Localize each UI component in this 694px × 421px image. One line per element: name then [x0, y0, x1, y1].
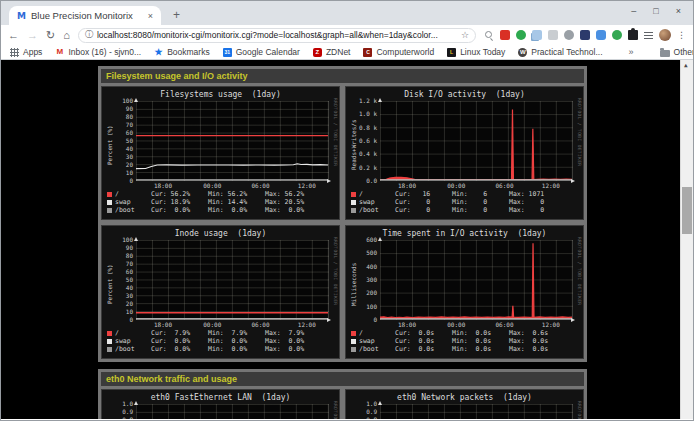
bookmark-google-calendar[interactable]: 31Google Calendar [223, 47, 300, 57]
bookmark-label: ZDNet [326, 47, 351, 57]
bookmark-practical-technology[interactable]: WPractical Technol... [518, 47, 602, 57]
y-axis-ticks: 1009080706050403020100 [114, 98, 136, 184]
copy-pages-extension-icon[interactable] [532, 30, 542, 40]
chat-extension-icon[interactable] [596, 30, 606, 40]
scrollbar-thumb[interactable] [682, 187, 692, 234]
reload-button[interactable]: ↻ [46, 30, 55, 41]
y-axis-label: Reads+Writes/s [349, 101, 358, 189]
x-axis-ticks: 18:0000:0006:0012:00 [380, 181, 573, 189]
legend-row: /Cur: 0.0sMin: 0.0sMax: 0.6s [349, 330, 580, 337]
legend-row: swapCur: 0.0sMin: 0.0sMax: 0.0s [349, 338, 580, 345]
legend-row: /Cur: 7.9%Min: 7.9%Max: 7.9% [105, 330, 336, 337]
other-bookmarks[interactable]: Other bookmarks [660, 47, 694, 57]
bookmark-label: Bookmarks [167, 47, 210, 57]
y-axis-ticks: 1.00.90.80.70.60.50.40.30.20.10.0 [358, 401, 380, 419]
y-axis-label: Milliseconds [349, 240, 358, 328]
axis-arrow-up-icon [378, 237, 382, 241]
dark-extension-icon[interactable] [580, 30, 590, 40]
calendar-icon: 31 [223, 48, 232, 57]
bookmark-apps[interactable]: Apps [10, 47, 42, 57]
legend-row: swapCur: 0Min: 0Max: 0 [349, 199, 580, 206]
scrollbar-up-arrow-icon[interactable]: ▲ [684, 61, 688, 68]
gray-extension-icon[interactable] [548, 30, 558, 40]
bookmark-zdnet[interactable]: ZZDNet [313, 47, 351, 57]
extension-icons: ⋮ [484, 29, 686, 41]
bookmark-star-icon[interactable]: ☆ [461, 30, 469, 40]
x-axis-ticks: 18:0000:0006:0012:00 [136, 181, 329, 189]
close-button[interactable]: × [676, 6, 681, 16]
graph-disk-io-activity[interactable]: Disk I/O activity (1day) Reads+Writes/s … [345, 86, 584, 220]
speaker-extension-icon[interactable] [564, 30, 574, 40]
plot-area [380, 404, 573, 419]
legend-swatch-root [107, 331, 112, 336]
plot-area [136, 101, 329, 181]
graph-legend: /Cur: 16Min: 6Max: 1071 swapCur: 0Min: 0… [349, 191, 580, 214]
zdnet-icon: Z [313, 48, 322, 57]
tab-close-icon[interactable]: × [148, 11, 153, 21]
graph-title: eth0 FastEthernet LAN (1day) [105, 393, 336, 402]
y-axis-ticks: 6005004003002001000 [358, 237, 380, 323]
url-text[interactable]: localhost:8080/monitorix-cgi/monitorix.c… [97, 30, 457, 40]
legend-swatch-swap [107, 339, 112, 344]
gmail-extension-icon[interactable] [500, 30, 510, 40]
y-axis-label [105, 404, 114, 419]
minimize-button[interactable]: – [631, 6, 636, 16]
reading-list-icon[interactable] [644, 32, 653, 39]
home-button[interactable]: ⌂ [63, 30, 70, 41]
gmail-icon: M [55, 48, 64, 57]
rrdtool-watermark: RRDTOOL / TOBI OETIKER [333, 237, 338, 305]
wordpress-icon: W [518, 48, 527, 57]
search-extension-icon[interactable] [484, 30, 494, 40]
green-extension-icon[interactable] [612, 30, 622, 40]
page-scrollbar[interactable]: ▲ [680, 60, 693, 419]
tab-title: Blue Precision Monitorix [31, 10, 143, 21]
graph-legend: /Cur: 0.0sMin: 0.0sMax: 0.6s swapCur: 0.… [349, 330, 580, 353]
axis-arrow-up-icon [134, 98, 138, 102]
bookmark-computerworld[interactable]: CComputerworld [363, 47, 434, 57]
browser-tab[interactable]: M Blue Precision Monitorix × [9, 6, 161, 25]
section-header-network: eth0 Network traffic and usage [101, 372, 584, 386]
forward-button[interactable]: → [27, 30, 38, 41]
legend-row: /bootCur: 0.0%Min: 0.0%Max: 0.0% [105, 346, 336, 353]
graph-eth0-traffic[interactable]: eth0 FastEthernet LAN (1day) 1.00.90.80.… [101, 389, 340, 419]
graph-title: Disk I/O activity (1day) [349, 90, 580, 99]
star-icon: ★ [154, 48, 163, 57]
plot-area [136, 240, 329, 320]
back-button[interactable]: ← [8, 30, 19, 41]
apps-grid-icon [10, 48, 19, 57]
bookmark-linux-today[interactable]: LLinux Today [447, 47, 505, 57]
axis-arrow-up-icon [378, 401, 382, 405]
legend-swatch-root [351, 192, 356, 197]
y-axis-ticks: 1.2 k1.0 k0.8 k0.6 k0.4 k0.2 k0.0 [358, 98, 380, 184]
menu-kebab-icon[interactable]: ⋮ [677, 30, 686, 40]
graph-legend: /Cur: 56.2%Min: 56.2%Max: 56.2% swapCur:… [105, 191, 336, 214]
maximize-button[interactable]: □ [653, 6, 658, 16]
axis-arrow-up-icon [134, 237, 138, 241]
new-tab-button[interactable]: + [173, 9, 180, 21]
legend-row: /bootCur: 0.0sMin: 0.0sMax: 0.0s [349, 346, 580, 353]
bookmark-label: Practical Technol... [531, 47, 602, 57]
bookmark-bookmarks[interactable]: ★Bookmarks [154, 47, 210, 57]
graph-eth0-packets[interactable]: eth0 Network packets (1day) 1.00.90.80.7… [345, 389, 584, 419]
bookmarks-overflow-chevron[interactable]: » [629, 47, 634, 57]
graph-legend: /Cur: 7.9%Min: 7.9%Max: 7.9% swapCur: 0.… [105, 330, 336, 353]
legend-row: /Cur: 56.2%Min: 56.2%Max: 56.2% [105, 191, 336, 198]
extensions-puzzle-icon[interactable] [628, 30, 638, 40]
section-header-filesystem: Filesystem usage and I/O activity [101, 69, 584, 83]
legend-swatch-boot [351, 347, 356, 352]
axis-arrow-up-icon [134, 401, 138, 405]
profile-avatar[interactable] [659, 29, 671, 41]
https-extension-icon[interactable] [516, 30, 526, 40]
graph-inode-usage[interactable]: Inode usage (1day) Percent (%) 100908070… [101, 225, 340, 359]
bookmark-inbox[interactable]: MInbox (16) - sjvn0... [55, 47, 141, 57]
bookmark-label: Apps [23, 47, 42, 57]
browser-window: M Blue Precision Monitorix × + – □ × ← →… [0, 0, 694, 421]
address-bar[interactable]: ⓘ localhost:8080/monitorix-cgi/monitorix… [78, 28, 476, 43]
graph-time-spent-io[interactable]: Time spent in I/O activity (1day) Millis… [345, 225, 584, 359]
plot-area [136, 404, 329, 419]
site-info-icon[interactable]: ⓘ [85, 31, 93, 39]
legend-swatch-root [351, 331, 356, 336]
graph-title: Inode usage (1day) [105, 229, 336, 238]
graph-filesystems-usage[interactable]: Filesystems usage (1day) Percent (%) 100… [101, 86, 340, 220]
graph-grid: Filesystems usage (1day) Percent (%) 100… [101, 86, 584, 359]
